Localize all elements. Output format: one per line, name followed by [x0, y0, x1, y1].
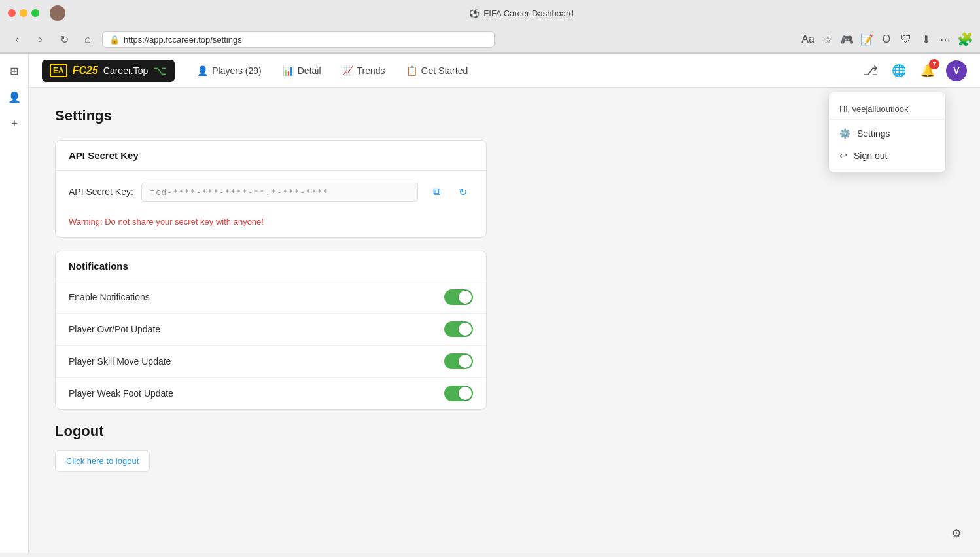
- notion-icon[interactable]: 📝: [860, 32, 874, 46]
- enable-notifications-toggle[interactable]: [444, 289, 473, 305]
- minimize-button[interactable]: [20, 9, 27, 17]
- maximize-button[interactable]: [31, 9, 39, 17]
- more-icon[interactable]: ⋯: [938, 32, 953, 46]
- sidebar-layers-icon[interactable]: ⊞: [4, 60, 25, 81]
- top-nav: EA FC25 Career.Top ⌥ 👤 Players (29) 📊 De…: [29, 54, 980, 88]
- api-key-actions: ⧉ ↻: [426, 181, 473, 202]
- copy-api-key-button[interactable]: ⧉: [426, 181, 447, 202]
- nav-item-trends[interactable]: 📈 Trends: [333, 62, 394, 80]
- nav-item-detail[interactable]: 📊 Detail: [273, 62, 330, 80]
- logout-title: Logout: [55, 423, 954, 440]
- logout-button[interactable]: Click here to logout: [55, 450, 150, 472]
- get-started-icon: 📋: [406, 65, 417, 76]
- user-dropdown-menu: Hi, veejaliuoutlook ⚙️ Settings ↩ Sign o…: [828, 92, 946, 173]
- notification-row-skill-move: Player Skill Move Update: [56, 346, 486, 378]
- trends-icon: 📈: [342, 65, 353, 76]
- opera-icon[interactable]: O: [879, 32, 894, 46]
- notification-row-enable: Enable Notifications: [56, 281, 486, 314]
- browser-profile-avatar: [50, 5, 65, 21]
- sidebar-add-icon[interactable]: ＋: [4, 113, 25, 134]
- bottom-settings-icon[interactable]: ⚙: [946, 523, 967, 544]
- player-ovr-pot-toggle[interactable]: [444, 321, 473, 337]
- api-key-value: fcd-****-***-****-**.*-***-****: [141, 183, 418, 202]
- toggle-thumb: [459, 291, 472, 304]
- browser-title: FIFA Career Dashboard: [483, 9, 573, 18]
- nav-get-started-label: Get Started: [421, 65, 468, 76]
- logo-career-text: Career.Top: [103, 65, 148, 76]
- settings-dropdown-icon: ⚙️: [839, 128, 850, 139]
- nav-items: 👤 Players (29) 📊 Detail 📈 Trends 📋 Get S…: [188, 62, 477, 80]
- logo-fc25-text: FC25: [73, 65, 98, 77]
- nav-item-get-started[interactable]: 📋 Get Started: [397, 62, 478, 80]
- back-button[interactable]: ‹: [8, 30, 26, 48]
- notifications-header: Notifications: [56, 251, 486, 281]
- api-key-row: API Secret Key: fcd-****-***-****-**.*-*…: [56, 171, 486, 213]
- notification-bell[interactable]: 🔔 7: [917, 60, 938, 81]
- detail-icon: 📊: [283, 65, 294, 76]
- api-key-label: API Secret Key:: [69, 187, 133, 197]
- player-ovr-pot-label: Player Ovr/Pot Update: [69, 324, 444, 334]
- player-weak-foot-label: Player Weak Foot Update: [69, 388, 444, 399]
- nav-item-players[interactable]: 👤 Players (29): [188, 62, 270, 80]
- copy-icon: ⧉: [433, 186, 440, 198]
- toggle-thumb-2: [459, 323, 472, 336]
- player-weak-foot-toggle[interactable]: [444, 386, 473, 401]
- refresh-api-key-button[interactable]: ↻: [452, 181, 473, 202]
- app-logo: EA FC25 Career.Top ⌥: [42, 60, 175, 82]
- api-key-card: API Secret Key API Secret Key: fcd-****-…: [55, 140, 487, 238]
- dropdown-sign-out-item[interactable]: ↩ Sign out: [829, 145, 945, 167]
- user-avatar[interactable]: V: [946, 60, 967, 81]
- address-bar[interactable]: 🔒 https://app.fccareer.top/settings: [102, 31, 495, 48]
- bookmark-icon[interactable]: ☆: [820, 32, 835, 46]
- sidebar-person-icon[interactable]: 👤: [4, 86, 25, 107]
- github-icon[interactable]: ⎇: [860, 60, 881, 81]
- refresh-icon: ↻: [459, 186, 467, 198]
- user-initial: V: [953, 65, 959, 76]
- address-url: https://app.fccareer.top/settings: [124, 35, 242, 45]
- dropdown-settings-item[interactable]: ⚙️ Settings: [829, 122, 945, 145]
- player-skill-move-toggle[interactable]: [444, 353, 473, 369]
- nav-players-label: Players (29): [212, 65, 261, 76]
- logo-ea-icon: EA: [50, 64, 67, 77]
- close-button[interactable]: [8, 9, 16, 17]
- dropdown-sign-out-label: Sign out: [854, 151, 887, 161]
- settings-title: Settings: [55, 107, 954, 124]
- browser-tab-icon: ⚽: [469, 9, 480, 18]
- notification-count: 7: [929, 59, 939, 69]
- forward-button[interactable]: ›: [31, 30, 50, 48]
- download-icon[interactable]: ⬇: [919, 32, 933, 46]
- shield-icon[interactable]: 🛡: [899, 32, 913, 46]
- extension-icon[interactable]: 🧩: [958, 32, 972, 46]
- gear-icon: ⚙: [951, 526, 962, 541]
- dropdown-greeting: Hi, veejaliuoutlook: [829, 98, 945, 120]
- logo-git-icon: ⌥: [153, 63, 167, 78]
- translate-icon[interactable]: 🌐: [888, 60, 909, 81]
- notifications-card: Notifications Enable Notifications Playe…: [55, 251, 487, 410]
- sidebar: ⊞ 👤 ＋: [0, 54, 29, 553]
- home-button[interactable]: ⌂: [79, 30, 97, 48]
- notification-row-ovr-pot: Player Ovr/Pot Update: [56, 314, 486, 346]
- lock-icon: 🔒: [109, 35, 120, 45]
- toggle-thumb-4: [459, 387, 472, 400]
- discord-icon[interactable]: 🎮: [840, 32, 854, 46]
- toggle-thumb-3: [459, 355, 472, 368]
- reader-mode-icon[interactable]: Aa: [801, 32, 815, 46]
- player-skill-move-label: Player Skill Move Update: [69, 356, 444, 367]
- api-key-warning: Warning: Do not share your secret key wi…: [56, 213, 486, 237]
- players-icon: 👤: [197, 65, 208, 76]
- reload-button[interactable]: ↻: [55, 30, 73, 48]
- enable-notifications-label: Enable Notifications: [69, 292, 444, 302]
- api-key-header: API Secret Key: [56, 141, 486, 171]
- sign-out-icon: ↩: [839, 151, 847, 161]
- notification-row-weak-foot: Player Weak Foot Update: [56, 378, 486, 409]
- nav-trends-label: Trends: [357, 65, 385, 76]
- nav-detail-label: Detail: [298, 65, 321, 76]
- dropdown-settings-label: Settings: [857, 128, 890, 139]
- nav-right: ⎇ 🌐 🔔 7 V: [860, 60, 967, 81]
